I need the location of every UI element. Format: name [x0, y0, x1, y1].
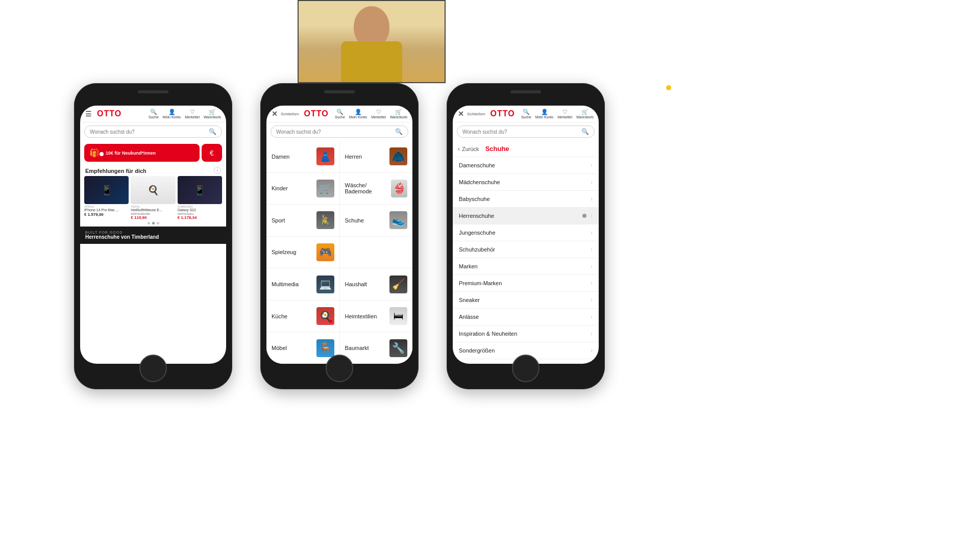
category-name-herren: Herren [345, 154, 362, 160]
info-icon[interactable]: i [214, 167, 221, 174]
hamburger-icon[interactable]: ☰ [85, 110, 92, 118]
subcategory-sale[interactable]: % Sale › [453, 359, 599, 364]
euro-circle-icon: € [210, 149, 214, 157]
chevron-sneaker: › [591, 296, 593, 304]
account-icon-3[interactable]: 👤Mein Konto [535, 109, 553, 119]
subcategory-name-sondergroessen: Sondergrößen [459, 347, 495, 354]
chevron-anlaesse: › [591, 313, 593, 320]
category-img-spielzeug: 🎮 [316, 243, 334, 261]
back-arrow-icon[interactable]: ‹ [458, 145, 460, 153]
search-bar-1[interactable]: 🔍 [84, 126, 222, 138]
search-icon-2[interactable]: 🔍Suche [335, 109, 345, 119]
wishlist-icon-1[interactable]: ♡Merkettel [185, 109, 200, 119]
subcategory-schuhzubehoer[interactable]: Schuhzubehör › [453, 241, 599, 258]
wishlist-icon-3[interactable]: ♡Merkettel [557, 109, 572, 119]
subcategory-inspiration[interactable]: Inspiration & Neuheiten › [453, 325, 599, 342]
category-name-haushalt: Haushalt [345, 281, 367, 287]
search-input-3[interactable] [462, 129, 581, 135]
subcategory-premium-marken[interactable]: Premium-Marken › [453, 275, 599, 292]
banner-built-label: BUILT FOR GOOD [85, 231, 221, 234]
phone-1-screen: ☰ OTTO 🔍Suche 👤Mein Konto ♡Merkettel 🛒Wa… [80, 106, 226, 364]
product-price-airfryer: € 119,90 [131, 215, 175, 220]
search-input-1[interactable] [90, 129, 209, 135]
dot-2 [152, 222, 155, 224]
category-heimtextilien[interactable]: Heimtextilien 🛏 [340, 300, 413, 332]
subcategory-jungenschuhe[interactable]: Jungenschuhe › [453, 224, 599, 241]
category-waesche[interactable]: Wäsche/ Bademode 👙 [340, 173, 413, 205]
category-haushalt[interactable]: Haushalt 🧹 [340, 268, 413, 300]
category-moebel[interactable]: Möbel 🪑 [266, 332, 339, 364]
category-schuhe[interactable]: Schuhe 👟 [340, 205, 413, 236]
chevron-maedchenschuhe: › [591, 179, 593, 186]
subcategory-damenschuhe[interactable]: Damenschuhe › [453, 157, 599, 174]
category-baumarkt[interactable]: Baumarkt 🔧 [340, 332, 413, 364]
recommendations-section: Empfehlungen für dich i [80, 165, 226, 176]
promo-banner-1: 🎁 10€ für Neukund*innen € [84, 144, 222, 162]
category-herren[interactable]: Herren 🧥 [340, 141, 413, 172]
cart-icon-1[interactable]: 🛒Warenkorb [204, 109, 221, 119]
category-kueche[interactable]: Küche 🍳 [266, 300, 339, 332]
close-icon-3[interactable]: ✕ [458, 110, 464, 118]
search-icon-3[interactable]: 🔍Suche [521, 109, 531, 119]
samsung-image-visual: 📱 [178, 176, 222, 204]
close-icon-2[interactable]: ✕ [272, 110, 278, 118]
subcategory-marken[interactable]: Marken › [453, 258, 599, 275]
category-img-waesche: 👙 [391, 180, 407, 197]
wishlist-icon-2[interactable]: ♡Merkettel [371, 109, 386, 119]
category-name-moebel: Möbel [272, 345, 287, 351]
phone-1-header: ☰ OTTO 🔍Suche 👤Mein Konto ♡Merkettel 🛒Wa… [80, 106, 226, 122]
subcategory-list: Damenschuhe › Mädchenschuhe › Babyschuhe… [453, 157, 599, 364]
gift-icon: 🎁 [89, 148, 100, 158]
phones-container: ☰ OTTO 🔍Suche 👤Mein Konto ♡Merkettel 🛒Wa… [74, 83, 671, 527]
category-spielzeug[interactable]: Spielzeug 🎮 [266, 237, 339, 268]
product-name-iphone: iPhone 14 Pro Max ... [84, 208, 129, 212]
category-damen[interactable]: Damen 👗 [266, 141, 339, 172]
subcategory-sondergroessen[interactable]: Sondergrößen › [453, 342, 599, 359]
subcategory-sneaker[interactable]: Sneaker › [453, 292, 599, 309]
category-multimedia[interactable]: Multimedia 💻 [266, 268, 339, 300]
subcategory-name-marken: Marken [459, 263, 478, 269]
back-text[interactable]: Zurück [462, 146, 479, 152]
otto-logo-1: OTTO [97, 109, 121, 118]
products-row: 📱 APPLE iPhone 14 Pro Max ... € 1.579,00… [80, 176, 226, 220]
category-kinder[interactable]: Kinder 🛒 [266, 173, 339, 205]
product-iphone[interactable]: 📱 APPLE iPhone 14 Pro Max ... € 1.579,00 [84, 176, 129, 220]
webcam-person [299, 1, 445, 82]
subcategory-herrenschuhe[interactable]: Herrenschuhe › [453, 208, 599, 224]
product-image-airfryer: 🍳 [131, 176, 175, 204]
subcategory-anlaesse[interactable]: Anlässe › [453, 309, 599, 325]
account-icon-1[interactable]: 👤Mein Konto [163, 109, 181, 119]
search-input-2[interactable] [276, 129, 395, 135]
cart-icon-2[interactable]: 🛒Warenkorb [390, 109, 407, 119]
product-samsung[interactable]: 📱 SAMSUNG Galaxy S22 UVP € 1.2... € 1.17… [178, 176, 222, 220]
category-name-kinder: Kinder [272, 185, 288, 191]
chevron-jungenschuhe: › [591, 229, 593, 236]
category-img-damen: 👗 [316, 147, 334, 165]
subcategory-name-babyschuhe: Babyschuhe [459, 196, 490, 202]
search-icon-1[interactable]: 🔍Suche [149, 109, 159, 119]
chevron-schuhzubehoer: › [591, 246, 593, 253]
subcategory-maedchenschuhe[interactable]: Mädchenschuhe › [453, 174, 599, 191]
iphone-image-visual: 📱 [84, 176, 129, 204]
search-submit-icon-2[interactable]: 🔍 [395, 128, 403, 135]
promo-text: 10€ für Neukund*innen [106, 151, 156, 156]
promo-card-neukunden[interactable]: 🎁 10€ für Neukund*innen [84, 144, 200, 162]
search-bar-3[interactable]: 🔍 [457, 126, 595, 138]
search-bar-2[interactable]: 🔍 [271, 126, 408, 138]
category-name-damen: Damen [272, 154, 289, 160]
product-image-iphone: 📱 [84, 176, 129, 204]
category-img-moebel: 🪑 [316, 339, 334, 357]
bottom-banner[interactable]: BUILT FOR GOOD Herrenschuhe von Timberla… [80, 227, 226, 244]
category-sport[interactable]: Sport 🚴 [266, 205, 339, 236]
cart-icon-3[interactable]: 🛒Warenkorb [576, 109, 594, 119]
account-icon-2[interactable]: 👤Mein Konto [349, 109, 367, 119]
subcategory-babyschuhe[interactable]: Babyschuhe › [453, 191, 599, 208]
product-airfryer[interactable]: 🍳 TEFAL Heißluftfritteuse E... UVP € 264… [131, 176, 175, 220]
search-submit-icon-1[interactable]: 🔍 [209, 128, 216, 135]
dot-1 [148, 222, 150, 224]
search-submit-icon-3[interactable]: 🔍 [581, 128, 589, 135]
recommendations-title: Empfehlungen für dich [80, 165, 226, 176]
phone-2-content: ✕ Schließen OTTO 🔍Suche 👤Mein Konto ♡Mer… [266, 106, 412, 364]
promo-card-2[interactable]: € [202, 144, 222, 162]
phone-2-header: ✕ Schließen OTTO 🔍Suche 👤Mein Konto ♡Mer… [266, 106, 412, 122]
